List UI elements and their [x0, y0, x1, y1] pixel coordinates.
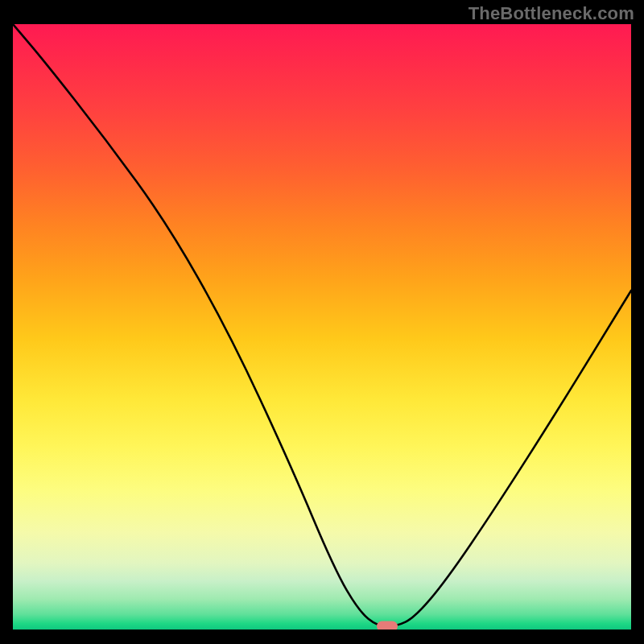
chart-frame: TheBottleneck.com: [0, 0, 644, 644]
plot-area: [13, 24, 631, 630]
x-axis-line: [13, 630, 631, 633]
optimal-marker: [377, 621, 398, 630]
watermark-text: TheBottleneck.com: [469, 3, 634, 24]
bottleneck-curve: [13, 24, 631, 630]
